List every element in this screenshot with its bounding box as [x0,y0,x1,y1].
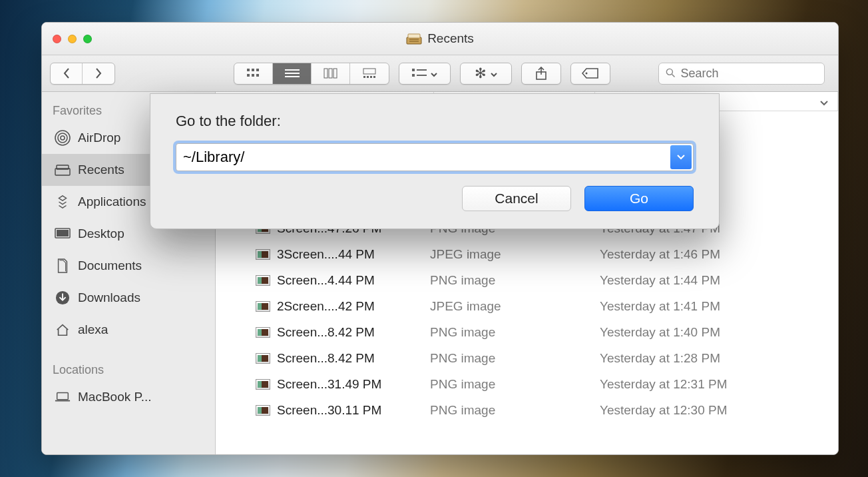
file-thumbnail-icon [256,379,270,390]
zoom-window-button[interactable] [83,35,92,43]
finder-window: Recents [41,22,839,455]
sidebar-item-label: Recents [78,163,124,177]
sidebar-item-label: Documents [78,258,142,273]
recents-icon [54,162,71,178]
go-to-folder-input[interactable] [176,143,694,171]
airdrop-icon [54,130,71,146]
svg-rect-18 [367,76,369,78]
file-kind: PNG image [430,273,600,288]
file-kind: PNG image [430,403,600,418]
file-thumbnail-icon [256,405,270,416]
svg-rect-38 [55,400,70,402]
svg-rect-19 [370,76,372,78]
chevron-down-icon [431,67,437,81]
file-date-modified: Yesterday at 12:31 PM [600,377,728,392]
svg-rect-13 [324,69,327,78]
tag-icon [582,67,599,79]
sidebar-item-label: alexa [78,322,108,337]
sidebar-item-label: Downloads [78,290,140,305]
go-button[interactable]: Go [584,186,694,211]
file-row[interactable]: 2Screen....42 PMJPEG imageYesterday at 1… [216,293,838,319]
svg-rect-37 [57,393,69,400]
file-name: Screen...4.44 PM [277,273,430,288]
column-view-button[interactable] [312,63,350,84]
go-to-folder-label: Go to the folder: [176,113,694,130]
svg-line-28 [672,74,674,77]
minimize-window-button[interactable] [68,35,77,43]
svg-rect-6 [256,69,259,71]
file-name: Screen...30.11 PM [277,403,430,418]
tags-button[interactable] [570,63,610,85]
svg-rect-21 [412,69,415,71]
forward-button[interactable] [83,63,114,84]
path-dropdown-button[interactable] [670,145,692,169]
file-row[interactable]: Screen...8.42 PMPNG imageYesterday at 1:… [216,319,838,345]
go-to-folder-dialog: Go to the folder: Cancel Go [150,93,720,229]
file-row[interactable]: Screen...8.42 PMPNG imageYesterday at 1:… [216,345,838,371]
file-kind: PNG image [430,351,600,366]
close-window-button[interactable] [53,35,61,43]
sidebar-item-downloads[interactable]: Downloads [42,282,215,314]
svg-rect-4 [247,69,250,71]
group-by-button[interactable] [399,63,451,85]
file-row[interactable]: Screen...31.49 PMPNG imageYesterday at 1… [216,371,838,397]
chevron-down-icon [491,67,497,81]
file-date-modified: Yesterday at 1:41 PM [600,299,720,314]
gear-icon: ✻ [475,65,487,81]
file-kind: JPEG image [430,247,600,262]
file-thumbnail-icon [256,353,270,364]
home-icon [54,322,71,338]
svg-rect-35 [57,230,69,237]
file-date-modified: Yesterday at 1:40 PM [600,325,720,340]
file-row[interactable]: Screen...4.44 PMPNG imageYesterday at 1:… [216,267,838,293]
go-to-folder-field-wrapper [176,143,694,171]
recents-icon [406,33,422,45]
file-date-modified: Yesterday at 1:44 PM [600,273,720,288]
laptop-icon [54,389,71,405]
icon-view-button[interactable] [234,63,273,84]
desktop-icon [54,226,71,242]
file-date-modified: Yesterday at 1:28 PM [600,351,720,366]
svg-rect-9 [256,74,259,77]
svg-rect-1 [408,34,420,38]
sidebar-item-macbook-p-[interactable]: MacBook P... [42,381,215,413]
svg-rect-17 [363,76,365,78]
share-button[interactable] [521,63,561,85]
share-icon [535,67,547,80]
svg-point-29 [61,136,65,140]
back-button[interactable] [51,63,83,84]
window-controls [53,35,92,43]
cancel-button[interactable]: Cancel [462,186,571,211]
file-name: Screen...8.42 PM [277,351,430,366]
file-row[interactable]: Screen...30.11 PMPNG imageYesterday at 1… [216,397,838,423]
file-thumbnail-icon [256,327,270,338]
search-input[interactable] [680,67,817,81]
file-thumbnail-icon [256,275,270,286]
sidebar-section-locations: Locations [42,360,215,381]
toolbar: ✻ [42,55,838,92]
svg-rect-8 [252,74,254,77]
file-thumbnail-icon [256,249,270,260]
sidebar-item-alexa[interactable]: alexa [42,314,215,346]
gallery-view-button[interactable] [350,63,389,84]
downloads-icon [54,290,71,306]
svg-rect-20 [373,76,375,78]
file-date-modified: Yesterday at 1:46 PM [600,247,720,262]
svg-rect-7 [247,74,250,77]
sidebar-item-documents[interactable]: Documents [42,250,215,282]
svg-rect-5 [252,69,254,71]
file-name: Screen...8.42 PM [277,325,430,340]
file-name: 3Screen....44 PM [277,247,430,262]
search-icon [666,68,675,79]
svg-rect-0 [407,37,421,44]
file-row[interactable]: 3Screen....44 PMJPEG imageYesterday at 1… [216,241,838,267]
view-mode-buttons [234,63,389,85]
svg-point-27 [666,69,672,75]
documents-icon [54,258,71,274]
svg-rect-16 [363,69,375,74]
sidebar-item-label: Desktop [78,227,124,241]
list-view-button[interactable] [273,63,312,84]
columns-menu-button[interactable] [819,97,829,109]
file-kind: JPEG image [430,299,600,314]
action-menu-button[interactable]: ✻ [460,63,512,85]
